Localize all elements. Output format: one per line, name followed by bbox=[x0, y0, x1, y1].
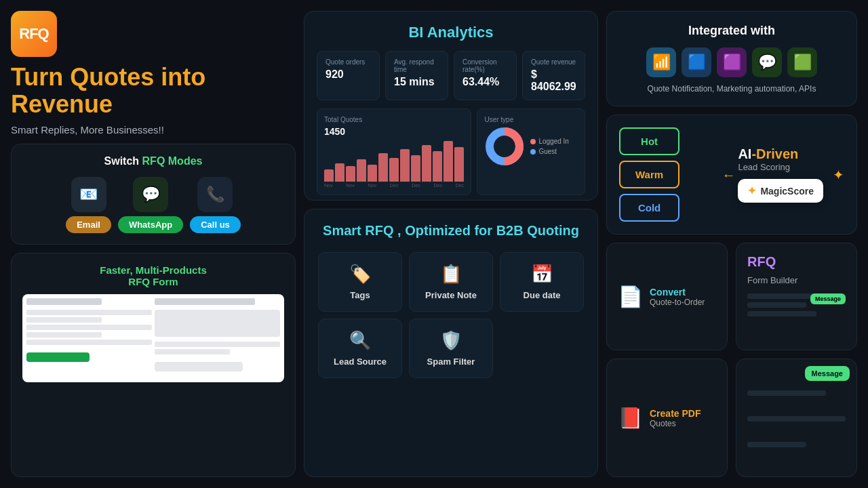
feature-private-note: 📋 Private Note bbox=[409, 252, 493, 312]
bi-analytics-card: BI Analytics Quote orders 920 Avg. respo… bbox=[304, 11, 598, 201]
slack-icon: 🟪 bbox=[717, 47, 747, 77]
right-column: Integrated with 📶 🟦 🟪 💬 🟩 Quote Notifica… bbox=[606, 11, 857, 477]
rfq-sublabel: Form Builder bbox=[747, 275, 797, 285]
integrated-card: Integrated with 📶 🟦 🟪 💬 🟩 Quote Notifica… bbox=[606, 11, 857, 106]
email-label[interactable]: Email bbox=[66, 216, 111, 233]
switch-rfq-card: Switch RFQ Modes 📧 Email 💬 WhatsApp 📞 Ca… bbox=[11, 144, 296, 245]
hero-section: RFQ Turn Quotes into Revenue Smart Repli… bbox=[11, 11, 296, 136]
feature-tags: 🏷️ Tags bbox=[318, 252, 402, 312]
feature-spam-filter: 🛡️ Spam Filter bbox=[409, 319, 493, 378]
ai-scoring-info: AI-Driven Lead Scoring ✦ MagicScore bbox=[738, 146, 823, 203]
pdf-icon: 📕 bbox=[618, 406, 643, 430]
other-icon: 🟩 bbox=[787, 47, 817, 77]
multi-products-card: Faster, Multi-Products RFQ Form bbox=[11, 253, 296, 477]
bi-charts: Total Quotes 1450 bbox=[317, 108, 585, 195]
msg-line-3 bbox=[747, 442, 806, 447]
pdf-sublabel: Quotes bbox=[650, 419, 701, 428]
user-type-chart: User type Logged In Guest bbox=[477, 108, 585, 195]
metric-conversion: Conversion rate(%) 63.44% bbox=[454, 51, 517, 100]
bi-title: BI Analytics bbox=[317, 24, 585, 41]
whatsapp-label[interactable]: WhatsApp bbox=[118, 216, 183, 233]
magic-score-badge[interactable]: ✦ MagicScore bbox=[738, 179, 823, 203]
email-icon: 📧 bbox=[71, 177, 106, 212]
hero-title-highlight: Revenue bbox=[11, 90, 113, 118]
convert-label: Convert bbox=[650, 287, 705, 298]
cold-lead-btn[interactable]: Cold bbox=[619, 194, 679, 222]
bottom-right-cards: 📄 Convert Quote-to-Order RFQ Form Builde… bbox=[606, 243, 857, 477]
donut-chart: Logged In Guest bbox=[484, 126, 578, 167]
msg-line-1 bbox=[747, 390, 826, 396]
smart-rfq-title: Smart RFQ , Optimized for B2B Quoting bbox=[323, 223, 579, 239]
ai-scoring-card: Hot Warm Cold ← AI-Driven Lead Scoring ✦… bbox=[606, 115, 857, 235]
magic-star-icon: ✦ bbox=[747, 184, 756, 197]
bi-metrics: Quote orders 920 Avg. respond time 15 mi… bbox=[317, 51, 585, 100]
magic-score-label: MagicScore bbox=[760, 186, 814, 197]
donut-svg bbox=[484, 126, 525, 167]
email-mode-btn[interactable]: 📧 Email bbox=[66, 177, 111, 233]
integrated-title: Integrated with bbox=[619, 24, 844, 38]
feature-lead-source: 🔍 Lead Source bbox=[318, 319, 402, 378]
metric-quote-orders: Quote orders 920 bbox=[317, 51, 380, 100]
multi-products-title: Faster, Multi-Products RFQ Form bbox=[22, 264, 284, 287]
lead-score-buttons: Hot Warm Cold bbox=[619, 127, 679, 222]
spam-filter-icon: 🛡️ bbox=[440, 330, 462, 351]
logged-in-dot bbox=[530, 139, 536, 144]
arrow-indicator: ← bbox=[722, 167, 735, 182]
message-badge: Message bbox=[810, 293, 846, 304]
whatsapp-int-icon: 💬 bbox=[752, 47, 782, 77]
whatsapp-icon: 💬 bbox=[133, 177, 168, 212]
logo-text: RFQ bbox=[19, 25, 48, 43]
pdf-label: Create PDF bbox=[650, 408, 701, 419]
guest-dot bbox=[530, 149, 536, 155]
convert-card: 📄 Convert Quote-to-Order bbox=[606, 243, 728, 350]
form-preview bbox=[22, 294, 284, 382]
metric-revenue: Quote revenue $ 84062.99 bbox=[522, 51, 585, 100]
mode-buttons-group: 📧 Email 💬 WhatsApp 📞 Call us bbox=[24, 177, 283, 233]
sparkle-icon: ✦ bbox=[833, 167, 844, 183]
private-note-icon: 📋 bbox=[440, 264, 462, 285]
features-grid: 🏷️ Tags 📋 Private Note 📅 Due date 🔍 Lead… bbox=[318, 252, 584, 378]
rfq-main-label: RFQ bbox=[747, 254, 776, 270]
call-label[interactable]: Call us bbox=[190, 216, 241, 233]
convert-sublabel: Quote-to-Order bbox=[650, 298, 705, 307]
total-quotes-chart: Total Quotes 1450 bbox=[317, 108, 471, 195]
message-preview-card: Message bbox=[736, 359, 857, 477]
switch-rfq-title: Switch RFQ Modes bbox=[24, 155, 283, 167]
hero-title: Turn Quotes into Revenue bbox=[11, 64, 296, 117]
message-bubble: Message bbox=[805, 366, 850, 381]
switch-rfq-highlight: RFQ Modes bbox=[142, 155, 203, 167]
rfq-builder-card: RFQ Form Builder Message bbox=[736, 243, 857, 350]
ai-subtitle: Lead Scoring bbox=[738, 162, 823, 172]
msg-line-2 bbox=[747, 416, 846, 422]
call-icon: 📞 bbox=[197, 177, 233, 212]
metric-avg-respond: Avg. respond time 15 mins bbox=[385, 51, 448, 100]
tags-icon: 🏷️ bbox=[349, 264, 371, 285]
due-date-icon: 📅 bbox=[531, 264, 553, 285]
hero-subtitle: Smart Replies, More Businesses!! bbox=[11, 124, 296, 136]
integrated-description: Quote Notification, Marketing automation… bbox=[619, 84, 844, 94]
callus-mode-btn[interactable]: 📞 Call us bbox=[190, 177, 241, 233]
smart-rfq-card: Smart RFQ , Optimized for B2B Quoting 🏷️… bbox=[304, 209, 598, 477]
whatsapp-mode-btn[interactable]: 💬 WhatsApp bbox=[118, 177, 183, 233]
ai-title: AI-Driven bbox=[738, 146, 823, 162]
donut-legend: Logged In Guest bbox=[530, 138, 569, 155]
bar-chart bbox=[324, 141, 464, 182]
pdf-card: 📕 Create PDF Quotes bbox=[606, 359, 728, 477]
hero-title-line1: Turn Quotes into bbox=[11, 63, 205, 91]
feature-due-date: 📅 Due date bbox=[500, 252, 584, 312]
integration-icons: 📶 🟦 🟪 💬 🟩 bbox=[619, 47, 844, 77]
warm-lead-btn[interactable]: Warm bbox=[619, 161, 679, 188]
logo: RFQ bbox=[11, 11, 57, 57]
hot-lead-btn[interactable]: Hot bbox=[619, 127, 679, 155]
convert-icon: 📄 bbox=[618, 285, 643, 308]
lead-source-icon: 🔍 bbox=[349, 330, 371, 351]
wifi-icon: 📶 bbox=[646, 47, 676, 77]
teams-icon: 🟦 bbox=[682, 47, 711, 77]
